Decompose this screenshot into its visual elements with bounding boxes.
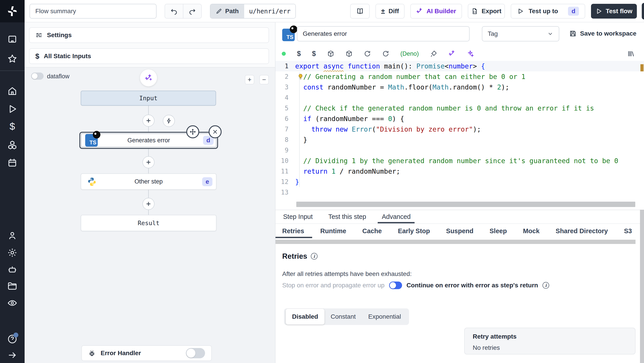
topbar: Flow summary Path u/henri/err ± Diff AI …	[24, 0, 644, 22]
expand-sidebar-arrow-icon[interactable]	[7, 350, 18, 360]
package-icon[interactable]	[346, 50, 353, 57]
advanced-tab-s3[interactable]: S3	[624, 224, 632, 238]
export-button[interactable]: Export	[468, 4, 505, 19]
line-number: 2	[276, 73, 295, 80]
audit-eye-icon[interactable]	[7, 298, 18, 308]
code-line-5[interactable]: 5 // Check if the generated random numbe…	[276, 103, 644, 114]
library-icon[interactable]	[627, 50, 634, 58]
resources-icon[interactable]	[7, 140, 18, 150]
code-line-1[interactable]: 1export async function main(): Promise<n…	[276, 61, 644, 71]
bolt-icon	[166, 118, 172, 124]
code-editor[interactable]: 1export async function main(): Promise<n…	[276, 61, 644, 224]
runtime-label[interactable]: (Deno)	[400, 50, 419, 57]
line-number: 13	[276, 189, 295, 196]
windmill-logo[interactable]	[0, 0, 24, 22]
test-up-to-button[interactable]: Test up to d	[511, 4, 585, 19]
insert-step-button[interactable]	[142, 115, 154, 127]
insert-trigger-button[interactable]	[163, 115, 175, 127]
home-icon[interactable]	[7, 86, 18, 96]
add-resource-icon[interactable]: $	[312, 50, 316, 58]
error-handler-toggle[interactable]	[186, 348, 205, 358]
flow-summary-input[interactable]: Flow summary	[30, 4, 156, 19]
reset-icon[interactable]	[382, 50, 389, 57]
continue-on-error-toggle[interactable]	[389, 281, 402, 289]
overflow-button-sliver[interactable]	[642, 3, 644, 20]
tag-select[interactable]: Tag	[482, 26, 559, 41]
path-button[interactable]: Path u/henri/err	[210, 4, 296, 19]
variables-icon[interactable]: $	[7, 121, 18, 131]
retries-title: Retries	[282, 252, 307, 260]
ai-flow-wand-button[interactable]	[140, 69, 157, 86]
test-flow-button[interactable]: Test flow	[591, 4, 637, 19]
save-to-workspace-button[interactable]: Save to workspace	[569, 22, 636, 45]
help-icon[interactable]	[7, 334, 18, 344]
insert-step-button[interactable]	[142, 198, 154, 210]
tabs-horizontal-scrollbar[interactable]	[276, 240, 636, 244]
dataflow-toggle[interactable]	[31, 73, 44, 80]
code-line-13[interactable]: 13	[276, 187, 644, 198]
advanced-tab-sleep[interactable]: Sleep	[490, 224, 507, 238]
advanced-tab-suspend[interactable]: Suspend	[446, 224, 474, 238]
typescript-deno-icon: TS	[85, 134, 98, 147]
code-line-8[interactable]: 8 }	[276, 135, 644, 145]
error-handler-card[interactable]: Error Handler	[82, 345, 212, 361]
advanced-tab-shared-directory[interactable]: Shared Directory	[556, 224, 608, 238]
schedules-icon[interactable]	[7, 158, 18, 168]
flow-node-other-step[interactable]: Other step e	[81, 173, 216, 190]
flow-settings-card[interactable]: Settings	[29, 27, 269, 43]
flow-node-input[interactable]: Input	[81, 91, 216, 106]
runs-icon[interactable]	[7, 104, 18, 114]
panel-vertical-scrollbar[interactable]	[640, 210, 644, 363]
settings-gear-icon[interactable]	[7, 247, 18, 258]
workers-robot-icon[interactable]	[7, 264, 18, 275]
retry-mode-constant[interactable]: Constant	[324, 310, 362, 323]
move-step-button[interactable]	[186, 125, 199, 138]
delete-step-button[interactable]	[209, 125, 222, 138]
tab-step-input[interactable]: Step Input	[283, 210, 312, 224]
add-variable-icon[interactable]: $	[297, 50, 301, 58]
ai-builder-button[interactable]: AI Builder	[410, 4, 462, 19]
insert-step-button[interactable]	[142, 156, 154, 168]
info-icon[interactable]: i	[542, 282, 549, 289]
tab-advanced[interactable]: Advanced	[382, 210, 410, 224]
reload-icon[interactable]	[364, 50, 371, 57]
code-line-6[interactable]: 6 if (randomNumber === 0) {	[276, 114, 644, 124]
docs-button[interactable]	[350, 4, 370, 19]
code-line-4[interactable]: 4	[276, 92, 644, 103]
info-icon[interactable]: i	[311, 253, 318, 260]
advanced-tab-early-stop[interactable]: Early Stop	[398, 224, 430, 238]
favorites-star-icon[interactable]	[7, 54, 18, 64]
code-line-10[interactable]: 10 // Dividing 1 by the generated random…	[276, 156, 644, 166]
static-inputs-card[interactable]: $ All Static Inputs	[29, 48, 269, 64]
step-name-input[interactable]: Generates error	[297, 26, 470, 41]
code-line-2[interactable]: 2 // Generating a random number that can…	[276, 71, 644, 82]
tab-test-this-step[interactable]: Test this step	[328, 210, 366, 224]
ai-wand-icon[interactable]	[448, 50, 456, 57]
code-line-9[interactable]: 9	[276, 145, 644, 156]
ai-sparkles-icon[interactable]	[467, 50, 474, 57]
format-brush-icon[interactable]	[430, 50, 437, 57]
advanced-tab-runtime[interactable]: Runtime	[320, 224, 346, 238]
code-line-12[interactable]: 12}	[276, 177, 644, 187]
retry-mode-exponential[interactable]: Exponential	[362, 310, 407, 323]
code-line-7[interactable]: 7 throw new Error("Division by zero erro…	[276, 124, 644, 135]
advanced-tab-mock[interactable]: Mock	[523, 224, 540, 238]
lightbulb-icon[interactable]	[297, 73, 304, 80]
code-line-11[interactable]: 11 return 1 / randomNumber;	[276, 166, 644, 177]
code-line-3[interactable]: 3 const randomNumber = Math.floor(Math.r…	[276, 82, 644, 92]
editor-horizontal-scrollbar[interactable]	[296, 202, 635, 207]
workspace-icon[interactable]	[7, 34, 18, 44]
undo-button[interactable]	[165, 4, 183, 18]
zoom-in-button[interactable]: +	[245, 75, 254, 84]
package-icon[interactable]	[327, 50, 334, 57]
folders-icon[interactable]	[7, 281, 18, 291]
zoom-out-button[interactable]: −	[260, 75, 269, 84]
flow-node-result[interactable]: Result	[81, 215, 216, 231]
retry-mode-disabled[interactable]: Disabled	[286, 309, 324, 324]
redo-button[interactable]	[183, 4, 201, 18]
diff-button[interactable]: ± Diff	[376, 4, 404, 19]
export-file-icon	[471, 8, 478, 15]
advanced-tab-retries[interactable]: Retries	[282, 224, 304, 238]
advanced-tab-cache[interactable]: Cache	[362, 224, 382, 238]
user-icon[interactable]	[7, 230, 18, 241]
